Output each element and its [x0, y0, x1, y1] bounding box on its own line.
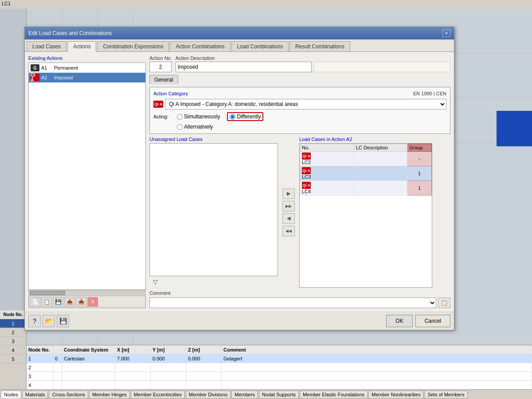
lc4-group[interactable]: 1: [407, 181, 432, 196]
category-dropdown[interactable]: Qi A Imposed - Category A: domestic, res…: [165, 99, 446, 110]
radio-alternatively-label: Alternatively: [184, 124, 213, 130]
tab-load-cases[interactable]: Load Cases: [27, 41, 66, 51]
dialog-main-content: Existing Actions G A1 Permanent Qi A A2 …: [25, 52, 454, 312]
filter-row: ▽: [149, 276, 278, 288]
close-button[interactable]: ×: [442, 29, 450, 37]
action-id-a2: A2: [41, 75, 52, 80]
ok-button[interactable]: OK: [386, 315, 412, 327]
move-all-left-button[interactable]: ◀◀: [282, 226, 295, 236]
lc-row-lc4[interactable]: Qi A LC4 1: [300, 181, 432, 196]
action-name-a2: Imposed: [54, 75, 73, 80]
dialog-overlay: Edit Load Cases and Combinations × Load …: [0, 0, 532, 399]
action-description-label: Action Description: [176, 55, 450, 61]
badge-lc2: Qi A: [302, 153, 311, 160]
transfer-buttons: ▶ ▶▶ ◀ ◀◀: [281, 137, 297, 288]
action-id-a1: A1: [41, 65, 52, 70]
action-category-section: Action Category EN 1990 | CEN Qi A Qi A …: [149, 87, 450, 134]
toolbar-export-btn[interactable]: 📤: [64, 297, 75, 307]
tab-combination-expressions[interactable]: Combination Expressions: [97, 41, 169, 51]
category-badge: Qi A: [153, 101, 163, 108]
horizontal-scrollbar[interactable]: [28, 290, 146, 296]
lc-table: No. LC Description Group Qi A: [300, 144, 432, 196]
filter-icon[interactable]: ▽: [150, 277, 160, 287]
badge-lc3: Qi A: [302, 167, 311, 174]
move-all-right-button[interactable]: ▶▶: [282, 201, 295, 211]
description-select-wrapper: Imposed: [176, 62, 312, 72]
badge-qia: Qi A: [31, 74, 39, 81]
standard-label: EN 1990 | CEN: [413, 91, 446, 96]
tab-actions[interactable]: Actions: [67, 41, 96, 52]
toolbar-new-btn[interactable]: 📄: [30, 297, 40, 307]
badge-g: G: [31, 64, 39, 71]
toolbar-save-btn[interactable]: 💾: [53, 297, 63, 307]
radio-alternatively-input[interactable]: [177, 124, 183, 130]
tab-load-combinations[interactable]: Load Combinations: [231, 41, 289, 51]
acting-row-2: Alternatively: [153, 124, 446, 130]
radio-differently-input[interactable]: [230, 114, 235, 120]
lc4-desc: [354, 181, 407, 196]
lc4-no: Qi A LC4: [300, 181, 354, 196]
move-right-button[interactable]: ▶: [282, 188, 295, 199]
existing-actions-title: Existing Actions: [28, 55, 146, 61]
help-button[interactable]: ?: [28, 315, 41, 327]
general-tab-container: General: [149, 75, 450, 84]
left-panel-toolbar: 📄 📋 💾 📤 📥 ✕: [28, 296, 146, 308]
lc-row-lc3[interactable]: Qi A LC3 1: [300, 166, 432, 181]
action-no-input[interactable]: [149, 62, 172, 72]
comment-browse-button[interactable]: 📋: [438, 297, 450, 308]
lc-in-action-title: Load Cases in Action A2: [299, 137, 432, 142]
scroll-thumb[interactable]: [30, 291, 65, 295]
acting-row: Acting: Simultaneously Differently: [153, 112, 446, 121]
description-readonly: [313, 62, 450, 72]
edit-load-cases-dialog: Edit Load Cases and Combinations × Load …: [24, 27, 454, 330]
comment-section: Comment 📋: [149, 290, 450, 308]
action-row-a2[interactable]: Qi A A2 Imposed: [29, 73, 145, 82]
open-button[interactable]: 📂: [43, 315, 55, 327]
toolbar-import-btn[interactable]: 📥: [76, 297, 86, 307]
lc-row-lc2[interactable]: Qi A LC2 -: [300, 152, 432, 166]
action-no-label: Action No.: [149, 55, 172, 61]
lc3-group[interactable]: 1: [407, 166, 432, 181]
radio-differently[interactable]: Differently: [227, 112, 263, 121]
unassigned-load-cases-panel: Unassigned Load Cases ▽: [149, 137, 278, 288]
action-description-group: Action Description Imposed: [176, 55, 450, 72]
dialog-title: Edit Load Cases and Combinations: [28, 30, 112, 36]
tab-bar: Load Cases Actions Combination Expressio…: [25, 39, 454, 52]
badge-lc4: Qi A: [302, 182, 311, 189]
toolbar-delete-btn[interactable]: ✕: [87, 297, 98, 307]
description-row: Imposed: [176, 62, 450, 72]
tab-result-combinations[interactable]: Result Combinations: [289, 41, 350, 51]
action-category-title: Action Category: [153, 91, 188, 96]
col-header-desc: LC Description: [354, 144, 407, 152]
action-row-a1[interactable]: G A1 Permanent: [29, 63, 145, 73]
comment-input[interactable]: [149, 297, 436, 308]
section-header: Action Category EN 1990 | CEN: [153, 91, 446, 96]
dialog-bottom-bar: ? 📂 💾 OK Cancel: [25, 312, 454, 330]
dialog-bottom-left: ? 📂 💾: [28, 315, 69, 327]
lc2-group[interactable]: -: [407, 152, 432, 166]
radio-alternatively[interactable]: Alternatively: [177, 124, 213, 130]
action-no-group: Action No.: [149, 55, 172, 72]
radio-simultaneously-input[interactable]: [177, 114, 183, 120]
tab-action-combinations[interactable]: Action Combinations: [170, 41, 230, 51]
load-cases-in-action-panel: Load Cases in Action A2 No. LC Descripti…: [299, 137, 432, 288]
comment-row: 📋: [149, 297, 450, 308]
action-details-panel: Action No. Action Description Imposed: [149, 55, 450, 308]
toolbar-copy-btn[interactable]: 📋: [41, 297, 52, 307]
lc2-no: Qi A LC2: [300, 152, 354, 166]
radio-group-2: Alternatively: [177, 124, 213, 130]
radio-group: Simultaneously Differently: [177, 112, 263, 121]
radio-simultaneously-label: Simultaneously: [184, 113, 220, 120]
move-left-button[interactable]: ◀: [282, 213, 295, 224]
action-description-dropdown[interactable]: Imposed: [176, 62, 312, 72]
comment-label: Comment: [149, 290, 450, 296]
lc2-desc: [354, 152, 407, 166]
actions-list: G A1 Permanent Qi A A2 Imposed: [28, 63, 146, 290]
col-header-no: No.: [300, 144, 354, 152]
unassigned-title: Unassigned Load Cases: [149, 137, 278, 142]
general-tab-button[interactable]: General: [149, 75, 178, 84]
col-header-group: Group: [407, 144, 432, 152]
save-button[interactable]: 💾: [57, 315, 69, 327]
cancel-button[interactable]: Cancel: [415, 315, 450, 327]
radio-simultaneously[interactable]: Simultaneously: [177, 112, 220, 121]
